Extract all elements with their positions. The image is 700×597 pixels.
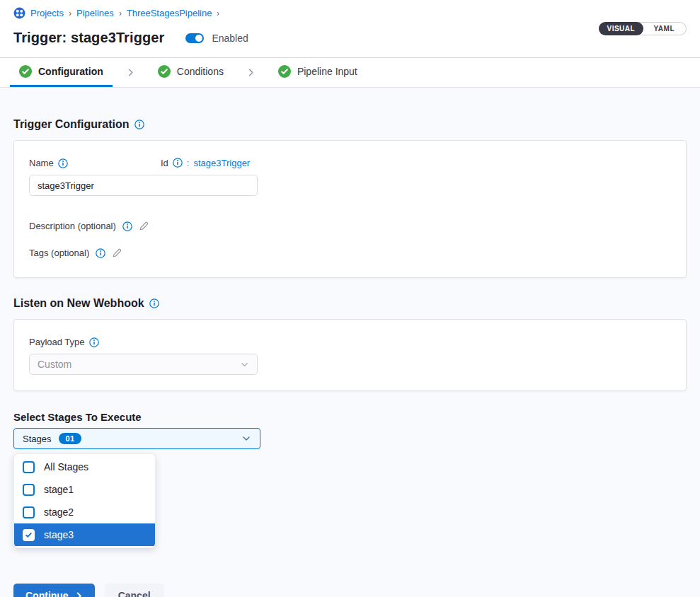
checkbox-unchecked[interactable] — [23, 461, 35, 473]
tags-label: Tags (optional) — [29, 248, 89, 258]
info-icon[interactable] — [58, 158, 68, 168]
breadcrumb-separator-icon: › — [69, 8, 71, 18]
info-icon[interactable] — [149, 298, 159, 308]
main-content: Trigger Configuration Name Id : st — [0, 88, 700, 597]
id-value: stage3Trigger — [193, 158, 250, 168]
wizard-tab-bar: Configuration Conditions Pipeline Input — [0, 58, 700, 88]
harness-logo-icon — [13, 7, 25, 19]
label-text: Name — [29, 158, 54, 168]
tab-label: Configuration — [38, 66, 103, 77]
stages-dropdown-label: Stages — [23, 434, 51, 444]
trigger-configuration-heading: Trigger Configuration — [13, 88, 687, 131]
chevron-down-icon — [240, 360, 249, 369]
heading-text: Listen on New Webhook — [13, 297, 144, 310]
tags-field: Tags (optional) — [29, 248, 671, 258]
yaml-toggle-button[interactable]: YAML — [643, 22, 686, 35]
payload-type-label: Payload Type — [29, 337, 99, 347]
info-icon[interactable] — [96, 248, 105, 258]
edit-pencil-icon[interactable] — [112, 248, 122, 258]
continue-label: Continue — [25, 590, 69, 597]
payload-type-select[interactable]: Custom — [29, 354, 258, 375]
breadcrumb-link-pipeline-name[interactable]: ThreeStagesPipeline — [127, 8, 212, 18]
webhook-heading: Listen on New Webhook — [13, 297, 687, 310]
name-field-label: Name — [29, 158, 68, 168]
option-label: stage1 — [44, 484, 74, 495]
breadcrumb-link-projects[interactable]: Projects — [30, 8, 64, 18]
info-icon[interactable] — [122, 221, 132, 231]
option-label: All Stages — [44, 461, 88, 473]
tab-label: Conditions — [177, 66, 224, 77]
id-display: Id : stage3Trigger — [161, 158, 250, 168]
check-circle-icon — [19, 65, 32, 78]
trigger-configuration-card: Name Id : stage3Trigger Description (opt… — [13, 140, 687, 278]
stages-count-badge: 01 — [59, 433, 81, 444]
tab-conditions[interactable]: Conditions — [149, 58, 233, 87]
visual-toggle-button[interactable]: VISUAL — [599, 22, 643, 35]
edit-pencil-icon[interactable] — [139, 221, 149, 231]
description-field: Description (optional) — [29, 221, 671, 231]
check-circle-icon — [158, 65, 171, 78]
stage-option-all-stages[interactable]: All Stages — [14, 456, 155, 478]
stage-option-stage1[interactable]: stage1 — [14, 478, 155, 501]
heading-text: Select Stages To Execute — [13, 411, 142, 423]
label-text: Payload Type — [29, 337, 85, 347]
breadcrumb-separator-icon: › — [119, 8, 121, 18]
chevron-right-icon — [113, 58, 149, 87]
info-icon[interactable] — [173, 158, 183, 168]
enabled-toggle[interactable] — [185, 33, 204, 43]
page-header: Projects › Pipelines › ThreeStagesPipeli… — [0, 0, 700, 58]
visual-yaml-toggle: VISUAL YAML — [599, 22, 687, 35]
chevron-down-icon — [241, 434, 251, 444]
webhook-card: Payload Type Custom — [13, 319, 687, 391]
breadcrumb-separator-icon: › — [217, 8, 219, 18]
cancel-button[interactable]: Cancel — [105, 584, 164, 597]
stages-dropdown-panel: All Stages stage1 stage2 stage3 — [13, 453, 156, 548]
info-icon[interactable] — [134, 120, 144, 129]
checkbox-checked[interactable] — [23, 529, 35, 541]
checkbox-unchecked[interactable] — [23, 506, 35, 518]
trigger-name-input[interactable] — [29, 175, 258, 196]
select-stages-heading: Select Stages To Execute — [13, 411, 687, 423]
tab-configuration[interactable]: Configuration — [10, 58, 113, 87]
stage-option-stage2[interactable]: stage2 — [14, 501, 155, 523]
check-circle-icon — [278, 65, 291, 78]
option-label: stage2 — [44, 506, 74, 518]
payload-type-value: Custom — [38, 359, 71, 370]
page-title: Trigger: stage3Trigger — [13, 30, 164, 46]
toggle-knob — [195, 35, 202, 42]
option-label: stage3 — [44, 529, 74, 540]
info-icon[interactable] — [89, 337, 99, 347]
heading-text: Trigger Configuration — [13, 118, 130, 131]
chevron-right-icon — [233, 58, 269, 87]
continue-button[interactable]: Continue — [13, 584, 95, 597]
checkbox-unchecked[interactable] — [23, 484, 35, 496]
breadcrumb-link-pipelines[interactable]: Pipelines — [76, 8, 114, 18]
id-label: Id — [161, 158, 168, 168]
enabled-label: Enabled — [212, 33, 248, 44]
stages-multiselect-dropdown[interactable]: Stages 01 — [13, 428, 260, 449]
wizard-footer: Continue Cancel — [13, 584, 687, 597]
chevron-right-icon — [75, 592, 83, 597]
description-label: Description (optional) — [29, 221, 116, 231]
id-colon: : — [187, 158, 190, 168]
tab-pipeline-input[interactable]: Pipeline Input — [269, 58, 367, 87]
stage-option-stage3[interactable]: stage3 — [14, 523, 155, 546]
tab-label: Pipeline Input — [297, 66, 357, 77]
breadcrumb: Projects › Pipelines › ThreeStagesPipeli… — [13, 7, 687, 19]
